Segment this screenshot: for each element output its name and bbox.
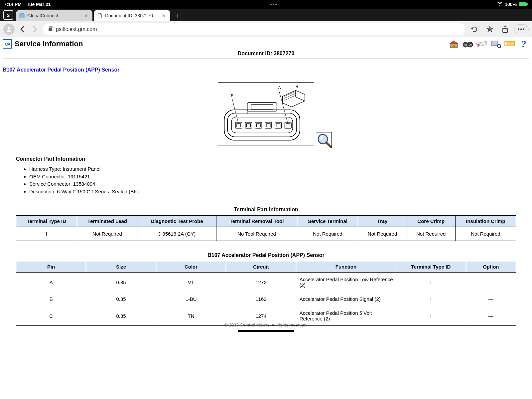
share-button[interactable] — [499, 25, 511, 33]
th: Size — [86, 261, 156, 273]
th: Terminated Lead — [77, 216, 138, 227]
th: Insulation Crimp — [455, 216, 516, 227]
svg-point-3 — [51, 26, 53, 28]
document-icon — [97, 13, 102, 18]
svg-text:65: 65 — [465, 43, 467, 46]
svg-rect-39 — [285, 122, 291, 128]
status-time: 7:14 PM — [4, 2, 22, 7]
svg-rect-36 — [266, 124, 270, 127]
svg-rect-33 — [255, 122, 262, 128]
scope-icon[interactable] — [490, 40, 501, 48]
page-content: gm Service Information 6530 ? Document I… — [0, 37, 532, 345]
th: Option — [466, 261, 516, 273]
th: Terminal Type ID — [396, 261, 466, 273]
th: Core Crimp — [407, 216, 455, 227]
svg-rect-2 — [49, 28, 52, 31]
browser-tab-bar: 2 GlobalConnect ✕ Document ID: 3807270 ✕… — [0, 9, 532, 21]
home-indicator[interactable] — [238, 330, 294, 332]
list-item: Description: 6-Way F 150 GT Series, Seal… — [29, 188, 529, 196]
list-item: Service Connector: 13584094 — [29, 180, 529, 188]
copyright-footer: © 2023 General Motors. All rights reserv… — [3, 322, 529, 327]
more-menu-button[interactable]: ••• — [514, 24, 529, 34]
connector-diagram: F A — [3, 82, 529, 147]
list-item: Harness Type: Instrument Panel — [29, 165, 529, 173]
tab-count-button[interactable]: 2 — [3, 10, 13, 20]
svg-rect-31 — [245, 122, 252, 128]
zoom-icon[interactable] — [316, 132, 332, 149]
svg-rect-37 — [275, 122, 282, 128]
svg-rect-34 — [256, 124, 260, 127]
measure-icon[interactable] — [476, 40, 487, 48]
status-date: Tue Mar 21 — [27, 2, 51, 7]
diagram-label-f: F — [231, 93, 233, 98]
binoculars-icon[interactable]: 6530 — [462, 40, 473, 48]
section-link-app-sensor[interactable]: B107 Accelerator Pedal Position (APP) Se… — [3, 67, 120, 73]
terminal-table-caption: Terminal Part Information — [3, 207, 529, 213]
divider — [3, 59, 529, 59]
svg-rect-29 — [235, 122, 242, 128]
svg-rect-32 — [247, 124, 251, 127]
tab-globalconnect[interactable]: GlobalConnect ✕ — [16, 10, 92, 21]
flag-icon[interactable] — [504, 40, 515, 48]
svg-rect-38 — [276, 124, 280, 127]
th: Function — [296, 261, 396, 273]
th: Diagnostic Test Probe — [138, 216, 216, 227]
doc-toolbar: 6530 ? — [448, 40, 529, 48]
connector-info-list: Harness Type: Instrument Panel OEM Conne… — [29, 165, 529, 195]
close-tab-icon[interactable]: ✕ — [161, 13, 167, 19]
document-id-label: Document ID: 3807270 — [3, 51, 529, 57]
home-icon[interactable] — [448, 40, 460, 48]
ipad-status-bar: 7:14 PM Tue Mar 21 ••• 100% — [0, 0, 532, 9]
close-tab-icon[interactable]: ✕ — [83, 13, 89, 19]
svg-rect-17 — [491, 41, 497, 46]
svg-rect-16 — [477, 44, 480, 46]
pin-table-caption: B107 Accelerator Pedal Position (APP) Se… — [3, 252, 529, 258]
browser-address-bar: gsitlc.ext.gm.com ••• — [0, 21, 532, 37]
new-tab-button[interactable]: ＋ — [172, 10, 183, 21]
svg-point-18 — [497, 44, 501, 48]
svg-line-45 — [326, 142, 331, 147]
reload-button[interactable] — [468, 26, 481, 33]
svg-rect-26 — [251, 104, 273, 109]
table-row: I Not Required J-35616-2A (GY) No Tool R… — [16, 227, 516, 241]
pin-table: Pin Size Color Circuit Function Terminal… — [16, 261, 516, 326]
svg-rect-35 — [265, 122, 272, 128]
connector-info-heading: Connector Part Information — [16, 156, 529, 162]
svg-line-19 — [500, 47, 501, 48]
page-title: Service Information — [15, 40, 83, 48]
th: Pin — [16, 261, 86, 273]
multitask-dots[interactable]: ••• — [51, 1, 497, 8]
svg-line-41 — [232, 99, 239, 124]
diagram-label-a: A — [278, 85, 281, 90]
favorites-button[interactable] — [483, 26, 496, 33]
svg-point-44 — [320, 135, 323, 140]
tab-document[interactable]: Document ID: 3807270 ✕ — [94, 10, 170, 21]
svg-text:30: 30 — [469, 43, 472, 46]
site-settings-icon[interactable] — [47, 26, 53, 33]
gm-logo-icon: gm — [3, 39, 12, 49]
back-button[interactable] — [17, 26, 27, 33]
th: Color — [156, 261, 226, 273]
tab-label: Document ID: 3807270 — [105, 13, 161, 18]
table-row: A 0.35 VT 1272 Accelerator Pedal Positio… — [16, 273, 516, 292]
svg-point-1 — [8, 27, 10, 30]
help-icon[interactable]: ? — [518, 40, 529, 48]
url-field[interactable]: gsitlc.ext.gm.com — [43, 23, 466, 35]
th: Tray — [358, 216, 407, 227]
tab-label: GlobalConnect — [27, 13, 83, 18]
th: Terminal Removal Tool — [216, 216, 297, 227]
list-item: OEM Connector: 19115421 — [29, 173, 529, 181]
svg-rect-10 — [453, 45, 455, 48]
forward-button[interactable] — [30, 26, 40, 33]
svg-rect-0 — [20, 13, 24, 18]
profile-button[interactable] — [3, 24, 15, 35]
tab-favicon-icon — [19, 13, 25, 18]
terminal-table: Terminal Type ID Terminated Lead Diagnos… — [16, 215, 516, 241]
svg-marker-9 — [450, 41, 458, 44]
table-row: B 0.35 L-BU 1162 Accelerator Pedal Posit… — [16, 292, 516, 306]
battery-icon — [519, 2, 528, 6]
th: Circuit — [226, 261, 296, 273]
th: Service Terminal — [297, 216, 358, 227]
th: Terminal Type ID — [16, 216, 77, 227]
wifi-icon — [497, 2, 503, 7]
